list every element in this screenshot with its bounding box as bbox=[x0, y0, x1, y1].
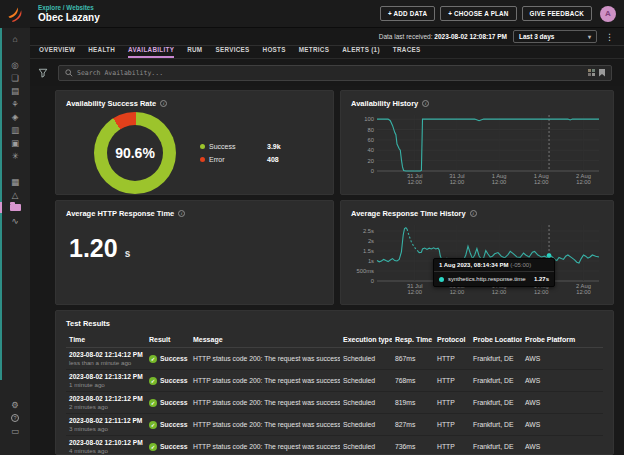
home-icon[interactable]: ⌂ bbox=[0, 32, 30, 45]
row-timestamp: 2023-08-02 12:12:12 PM bbox=[69, 395, 143, 402]
status-label: Success bbox=[160, 443, 188, 450]
cell-message: HTTP status code 200: The request was su… bbox=[190, 370, 340, 392]
give-feedback-button[interactable]: GIVE FEEDBACK bbox=[522, 6, 592, 21]
cell-probe-platform: AWS bbox=[522, 370, 603, 392]
row-relative-time: less than a minute ago bbox=[69, 359, 143, 366]
tab-traces[interactable]: TRACES bbox=[393, 46, 421, 58]
avatar[interactable]: A bbox=[600, 6, 616, 22]
test-results-card: Test Results TimeResultMessageExecution … bbox=[55, 310, 614, 455]
column-header-time[interactable]: Time bbox=[66, 333, 146, 348]
card-title-text: Availability History bbox=[351, 99, 418, 108]
help-icon[interactable]: ? bbox=[0, 411, 30, 424]
table-row[interactable]: 2023-08-02 12:10:12 PM4 minutes ago✓Succ… bbox=[66, 436, 603, 455]
kebab-menu-icon[interactable]: ⋮ bbox=[603, 32, 616, 42]
card-title: Average HTTP Response Time i bbox=[66, 209, 323, 218]
table-row[interactable]: 2023-08-02 12:13:12 PM1 minute ago✓Succe… bbox=[66, 370, 603, 392]
cell-probe-location: Frankfurt, DE bbox=[470, 436, 522, 455]
plot-area[interactable]: 02040608010031 Jul12:0031 Jul12:001 Aug1… bbox=[377, 115, 599, 171]
logs-icon[interactable]: ❏ bbox=[0, 71, 30, 84]
cell-protocol: HTTP bbox=[434, 414, 470, 436]
cell-resp-time: 768ms bbox=[392, 370, 434, 392]
column-header-probe-platform[interactable]: Probe Platform bbox=[522, 333, 603, 348]
table-row[interactable]: 2023-08-02 12:14:12 PMless than a minute… bbox=[66, 348, 603, 370]
tab-availability[interactable]: AVAILABILITY bbox=[128, 46, 174, 58]
sidebar-bottom-nav: ⚙?▭ bbox=[0, 398, 30, 455]
choose-plan-button[interactable]: + CHOOSE A PLAN bbox=[440, 6, 516, 21]
columns-icon[interactable]: ▥ bbox=[0, 123, 30, 136]
tab-alerts-1[interactable]: ALERTS (1) bbox=[342, 46, 380, 58]
topology-icon[interactable]: ⚘ bbox=[0, 97, 30, 110]
tab-bar: OVERVIEWHEALTHAVAILABILITYRUMSERVICESHOS… bbox=[30, 46, 624, 59]
display-icon[interactable]: ▭ bbox=[0, 424, 30, 437]
chart-tooltip: 1 Aug 2023, 08:14:34 PM (-05:00) synthet… bbox=[433, 258, 555, 287]
card-title: Availability Success Rate i bbox=[66, 99, 323, 108]
cell-probe-platform: AWS bbox=[522, 414, 603, 436]
row-timestamp: 2023-08-02 12:10:12 PM bbox=[69, 439, 143, 446]
tab-services[interactable]: SERVICES bbox=[215, 46, 249, 58]
table-row[interactable]: 2023-08-02 12:11:12 PM3 minutes ago✓Succ… bbox=[66, 414, 603, 436]
info-icon[interactable]: i bbox=[178, 210, 185, 217]
apps-icon[interactable]: ▦ bbox=[0, 175, 30, 188]
cell-time: 2023-08-02 12:12:12 PM2 minutes ago bbox=[66, 392, 146, 414]
question-mark-icon: ? bbox=[11, 414, 19, 422]
column-header-result[interactable]: Result bbox=[146, 333, 190, 348]
tab-rum[interactable]: RUM bbox=[187, 46, 202, 58]
database-icon[interactable]: ▤ bbox=[0, 84, 30, 97]
y-tick-label: 1s bbox=[368, 258, 377, 264]
table-header-row: TimeResultMessageExecution typeResp. Tim… bbox=[66, 333, 603, 348]
info-icon[interactable]: i bbox=[422, 100, 429, 107]
apm-icon[interactable]: ∿ bbox=[0, 214, 30, 227]
observability-icon[interactable]: ◎ bbox=[0, 58, 30, 71]
search-input[interactable] bbox=[77, 69, 584, 77]
row-timestamp: 2023-08-02 12:11:12 PM bbox=[69, 417, 143, 424]
breadcrumb[interactable]: Explore / Websites bbox=[38, 4, 100, 11]
table-row[interactable]: 2023-08-02 12:12:12 PM2 minutes ago✓Succ… bbox=[66, 392, 603, 414]
check-circle-icon: ✓ bbox=[149, 443, 157, 451]
data-last-received-value: 2023-08-02 12:08:17 PM bbox=[434, 33, 507, 40]
search-row bbox=[30, 59, 624, 86]
cell-execution-type: Scheduled bbox=[340, 436, 392, 455]
cell-result: ✓Success bbox=[146, 436, 190, 455]
view-grid-icon[interactable] bbox=[588, 69, 595, 76]
info-icon[interactable]: i bbox=[160, 100, 167, 107]
bookmark-icon[interactable] bbox=[599, 69, 605, 77]
info-icon[interactable]: i bbox=[470, 210, 477, 217]
column-header-execution-type[interactable]: Execution type bbox=[340, 333, 392, 348]
cell-probe-location: Frankfurt, DE bbox=[470, 348, 522, 370]
column-header-protocol[interactable]: Protocol bbox=[434, 333, 470, 348]
websites-icon[interactable] bbox=[0, 201, 30, 214]
cell-protocol: HTTP bbox=[434, 348, 470, 370]
cell-execution-type: Scheduled bbox=[340, 414, 392, 436]
x-tick-label: 31 Jul12:00 bbox=[449, 173, 464, 185]
tooltip-metric-row: synthetics.http.response.time 1.27s bbox=[434, 272, 554, 286]
column-header-probe-location[interactable]: Probe Location bbox=[470, 333, 522, 348]
y-tick-label: 0 bbox=[371, 168, 377, 174]
column-header-message[interactable]: Message bbox=[190, 333, 340, 348]
cell-resp-time: 827ms bbox=[392, 414, 434, 436]
legend-item-success[interactable]: Success3.9k bbox=[200, 140, 281, 153]
row-relative-time: 4 minutes ago bbox=[69, 447, 143, 454]
settings-icon[interactable]: ⚙ bbox=[0, 398, 30, 411]
alerts-icon[interactable]: △ bbox=[0, 188, 30, 201]
security-icon[interactable]: ◈ bbox=[0, 110, 30, 123]
tab-metrics[interactable]: METRICS bbox=[299, 46, 329, 58]
filter-icon[interactable] bbox=[38, 68, 48, 78]
status-badge: ✓Success bbox=[149, 377, 188, 385]
legend-item-error[interactable]: Error408 bbox=[200, 153, 281, 166]
cell-probe-location: Frankfurt, DE bbox=[470, 414, 522, 436]
solarwinds-logo[interactable] bbox=[0, 0, 30, 28]
y-tick-label: 1.5s bbox=[363, 248, 377, 254]
check-circle-icon: ✓ bbox=[149, 421, 157, 429]
integrations-icon[interactable]: ✳ bbox=[0, 149, 30, 162]
donut-center-value: 90.6% bbox=[107, 125, 163, 181]
add-data-button[interactable]: + ADD DATA bbox=[380, 6, 435, 21]
tab-overview[interactable]: OVERVIEW bbox=[39, 46, 75, 58]
cell-message: HTTP status code 200: The request was su… bbox=[190, 436, 340, 455]
report-icon[interactable]: ▣ bbox=[0, 136, 30, 149]
time-range-select[interactable]: Last 3 days ▾ bbox=[513, 30, 597, 43]
cell-probe-platform: AWS bbox=[522, 392, 603, 414]
tab-hosts[interactable]: HOSTS bbox=[263, 46, 286, 58]
table-title-text: Test Results bbox=[66, 319, 110, 328]
tab-health[interactable]: HEALTH bbox=[88, 46, 115, 58]
column-header-resp-time[interactable]: Resp. Time bbox=[392, 333, 434, 348]
